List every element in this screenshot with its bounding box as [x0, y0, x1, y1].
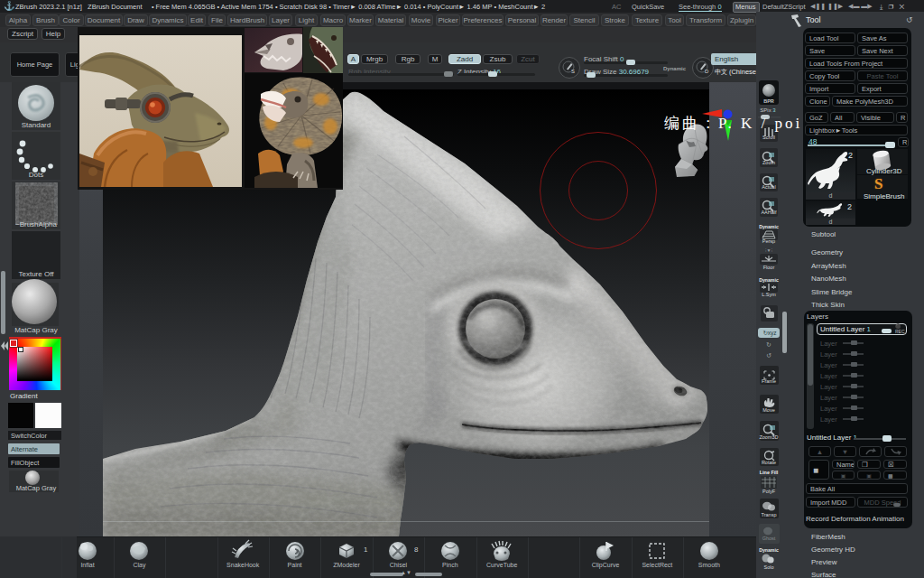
svg-text:↻xyz: ↻xyz: [762, 330, 776, 337]
svg-text:↺: ↺: [766, 352, 772, 359]
svg-text:Zoom3D: Zoom3D: [759, 434, 778, 440]
svg-text:Frame: Frame: [762, 378, 776, 384]
svg-text:SwitchColor: SwitchColor: [11, 432, 48, 440]
svg-text:MatCap Gray: MatCap Gray: [16, 484, 57, 492]
svg-text:Dynamic: Dynamic: [759, 277, 779, 283]
svg-text:Line Fill: Line Fill: [760, 470, 779, 475]
svg-text:Scroll: Scroll: [762, 135, 775, 140]
svg-text:~BrushAlpha: ~BrushAlpha: [15, 220, 58, 228]
svg-text:Texture Off: Texture Off: [19, 270, 55, 278]
svg-text:AAHalf: AAHalf: [761, 210, 777, 215]
svg-text:Ghost: Ghost: [762, 536, 776, 541]
svg-text:MatCap Gray: MatCap Gray: [14, 326, 58, 334]
svg-text:Dynamic: Dynamic: [759, 547, 779, 553]
svg-text:Solo: Solo: [763, 564, 773, 570]
svg-text:Floor: Floor: [763, 265, 775, 270]
svg-text:FillObject: FillObject: [11, 459, 40, 467]
svg-text:⁝▼⁝: ⁝▼⁝: [765, 247, 773, 253]
svg-text:Alternate: Alternate: [11, 445, 38, 453]
svg-text:Zoom: Zoom: [762, 160, 775, 165]
svg-text:L.Sym: L.Sym: [762, 292, 776, 297]
svg-text:Move: Move: [762, 407, 774, 413]
svg-text:Dots: Dots: [29, 171, 43, 179]
svg-text:BPR: BPR: [763, 98, 774, 104]
svg-text:Transp: Transp: [762, 512, 777, 517]
svg-text:↻: ↻: [766, 341, 772, 348]
svg-text:Dynamic: Dynamic: [759, 224, 779, 229]
svg-text:Actual: Actual: [762, 184, 775, 190]
svg-text:Persp: Persp: [762, 238, 775, 244]
svg-text:Standard: Standard: [22, 121, 51, 129]
svg-text:Rotate: Rotate: [762, 460, 776, 465]
svg-text:Gradient: Gradient: [10, 392, 38, 400]
svg-text:PolyF: PolyF: [762, 489, 776, 494]
